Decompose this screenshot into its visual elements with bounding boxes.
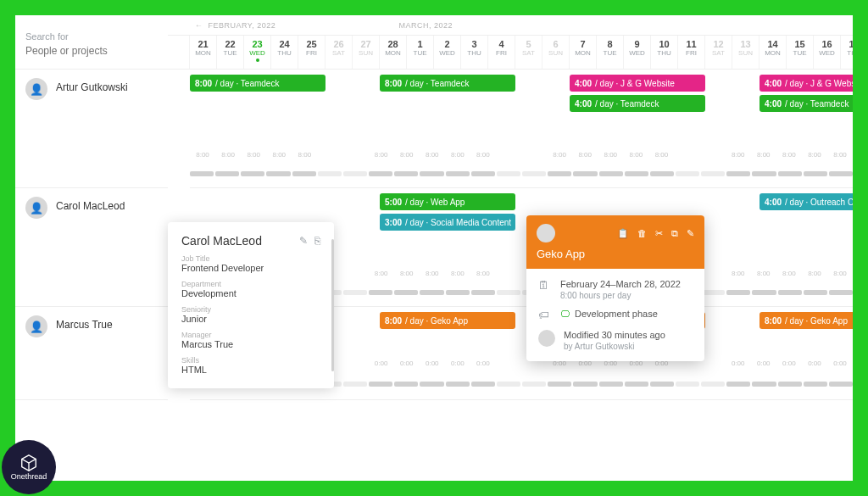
trash-icon[interactable]: 🗑 <box>637 228 647 239</box>
person-row[interactable]: 👤 Marcus True <box>15 307 168 400</box>
capacity-seg <box>701 171 725 176</box>
avatar: 👤 <box>25 197 47 219</box>
booking-bar[interactable]: 4:00/ day · J & G Website <box>760 75 853 92</box>
booking-bar[interactable]: 4:00/ day · Teamdeck <box>570 95 705 112</box>
day-header[interactable]: 22TUE <box>217 36 244 69</box>
day-header[interactable]: 17THU <box>841 36 853 69</box>
search-label: Search for <box>25 31 158 42</box>
booking-bar[interactable]: 4:00/ day · Outreach Campaign <box>760 193 853 210</box>
booking-bar[interactable]: 8:00/ day · Geko App <box>760 312 853 329</box>
hour-cell: 0:00 <box>751 356 776 371</box>
day-header[interactable]: 16WED <box>814 36 841 69</box>
day-header[interactable]: 24THU <box>271 36 298 69</box>
day-header[interactable]: 11FRI <box>678 36 705 69</box>
hours-strip: 8:008:008:008:008:008:008:008:008:008:00… <box>190 148 853 163</box>
capacity-seg <box>497 290 520 295</box>
hour-cell: 0:00 <box>420 356 445 371</box>
day-header[interactable]: 7MON <box>570 36 597 69</box>
hour-cell: 8:00 <box>726 148 751 163</box>
capacity-seg <box>471 171 495 176</box>
person-row[interactable]: 👤 Carol MacLeod <box>15 188 168 307</box>
share-icon[interactable]: ⎘ <box>314 235 320 247</box>
capacity-seg <box>650 171 674 176</box>
hour-cell: 8:00 <box>751 148 776 163</box>
hour-cell <box>496 356 521 371</box>
capacity-seg <box>701 382 725 387</box>
day-header[interactable]: 1TUE <box>407 36 434 69</box>
capacity-seg <box>522 171 546 176</box>
capacity-seg <box>676 171 699 176</box>
duplicate-icon[interactable]: ⧉ <box>671 228 678 239</box>
day-header[interactable]: 3THU <box>461 36 488 69</box>
capacity-seg <box>676 382 699 387</box>
gutter <box>168 36 190 69</box>
capacity-seg <box>752 171 776 176</box>
booking-bar[interactable]: 4:00/ day · J & G Website <box>570 75 705 92</box>
copy-icon[interactable]: 📋 <box>617 228 629 239</box>
cube-icon <box>19 454 38 472</box>
booking-bar[interactable]: 8:00/ day · Teamdeck <box>190 75 326 92</box>
day-header[interactable]: 13SUN <box>732 36 760 69</box>
day-header[interactable]: 9WED <box>624 36 651 69</box>
day-header[interactable]: 15TUE <box>787 36 814 69</box>
capacity-seg <box>446 382 470 387</box>
profile-name: Carol MacLeod <box>181 234 262 248</box>
booking-phase: Development phase <box>575 309 658 319</box>
day-header[interactable]: 21MON <box>190 36 217 69</box>
pencil-icon[interactable]: ✎ <box>687 228 694 239</box>
booking-bar[interactable]: 8:00/ day · Geko App <box>380 312 515 329</box>
hour-cell: 0:00 <box>827 356 853 371</box>
search-input[interactable] <box>25 45 158 57</box>
capacity-seg <box>829 382 853 387</box>
day-header[interactable]: 5SAT <box>515 36 542 69</box>
day-header[interactable]: 12SAT <box>705 36 732 69</box>
capacity-seg <box>420 171 443 176</box>
booking-bar[interactable]: 3:00/ day · Social Media Content <box>380 214 515 231</box>
capacity-seg <box>726 382 750 387</box>
day-header[interactable]: 8TUE <box>597 36 624 69</box>
person-row[interactable]: 👤 Artur Gutkowski <box>15 70 168 188</box>
day-header-row: 21MON22TUE23WED24THU25FRI26SAT27SUN28MON… <box>168 36 853 70</box>
capacity-seg <box>343 171 367 176</box>
capacity-seg <box>369 290 392 295</box>
booking-title: Geko App <box>537 248 694 260</box>
hour-cell: 8:00 <box>776 148 802 163</box>
day-header[interactable]: 25FRI <box>298 36 326 69</box>
capacity-seg <box>318 171 342 176</box>
booking-bar[interactable]: 4:00/ day · Teamdeck <box>760 95 853 112</box>
day-header[interactable]: 14MON <box>760 36 787 69</box>
profile-field: Job TitleFrontend Developer <box>181 254 320 273</box>
timeline-row[interactable]: 8:00/ day · Teamdeck 8:00/ day · Teamdec… <box>190 70 853 188</box>
capacity-seg <box>573 382 597 387</box>
day-header[interactable]: 10THU <box>651 36 678 69</box>
hour-cell: 8:00 <box>598 148 623 163</box>
day-header[interactable]: 28MON <box>380 36 407 69</box>
capacity-seg <box>343 290 367 295</box>
capacity-seg <box>804 171 827 176</box>
day-header[interactable]: 2WED <box>434 36 461 69</box>
capacity-seg <box>420 290 443 295</box>
capacity-seg <box>778 171 802 176</box>
day-header[interactable]: 6SUN <box>542 36 570 69</box>
profile-field: ManagerMarcus True <box>181 331 320 349</box>
capacity-seg <box>497 171 520 176</box>
hour-cell: 0:00 <box>394 356 420 371</box>
month-label: FEBRUARY, 2022 <box>209 21 399 30</box>
day-header[interactable]: 4FRI <box>488 36 515 69</box>
day-header[interactable]: 26SAT <box>326 36 353 69</box>
prev-month-icon[interactable]: ← <box>195 21 203 30</box>
pencil-icon[interactable]: ✎ <box>299 235 308 247</box>
day-header[interactable]: 27SUN <box>353 36 380 69</box>
capacity-seg <box>829 290 853 295</box>
capacity-seg <box>829 171 853 176</box>
booking-range: February 24–March 28, 2022 <box>560 279 693 289</box>
hour-cell: 8:00 <box>802 266 827 281</box>
brand-name: Onethread <box>11 472 47 481</box>
scissors-icon[interactable]: ✂ <box>655 228 663 239</box>
booking-bar[interactable]: 5:00/ day · Web App <box>380 193 515 210</box>
booking-bar[interactable]: 8:00/ day · Teamdeck <box>380 75 515 92</box>
capacity-seg <box>471 382 495 387</box>
capacity-seg <box>394 382 418 387</box>
hour-cell <box>317 148 342 163</box>
day-header[interactable]: 23WED <box>244 36 271 69</box>
